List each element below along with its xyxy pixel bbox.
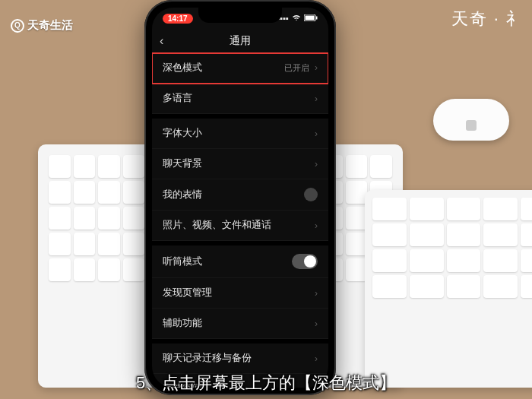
chevron-right-icon: › [315,128,318,139]
status-time: 14:17 [163,14,193,24]
row-my-stickers[interactable]: 我的表情 [152,179,328,211]
phone-screen: 14:17 ▪▪▪▪ ‹ 通用 深色模式 已开启 › [152,8,328,388]
row-multi-language[interactable]: 多语言 › [152,84,328,114]
row-discover-manage[interactable]: 发现页管理 › [152,278,328,309]
notch [198,8,282,23]
row-label: 深色模式 [163,62,202,74]
row-label: 听筒模式 [163,255,202,268]
row-label: 聊天记录迁移与备份 [163,352,252,365]
chevron-right-icon: › [315,288,318,299]
wifi-icon [292,14,301,23]
page-title: 通用 [230,34,251,48]
row-font-size[interactable]: 字体大小 › [152,119,328,149]
back-button[interactable]: ‹ [160,34,163,48]
toggle-earpiece[interactable] [292,254,318,269]
watermark-left: Q 天奇生活 [11,18,73,33]
indicator-icon [304,188,318,201]
row-label: 字体大小 [163,127,202,140]
row-chat-migrate[interactable]: 聊天记录迁移与备份 › [152,344,328,374]
row-label: 辅助功能 [163,317,202,330]
mouse-prop [433,99,509,141]
logo-icon: Q [11,19,24,33]
row-status: 已开启 [284,63,309,72]
chevron-right-icon: › [315,220,318,231]
watermark-right: 天奇 · 礻 [451,8,524,30]
watermark-left-text: 天奇生活 [27,18,73,33]
row-dark-mode[interactable]: 深色模式 已开启 › [152,53,328,84]
svg-rect-1 [306,16,315,21]
row-label: 我的表情 [163,188,202,201]
row-media[interactable]: 照片、视频、文件和通话 › [152,211,328,241]
settings-list: 深色模式 已开启 › 多语言 › 字体大小 › 聊天背景 › 我的表情 [152,53,328,388]
row-label: 聊天背景 [163,157,202,170]
battery-icon [304,14,318,23]
row-accessibility[interactable]: 辅助功能 › [152,309,328,339]
chevron-right-icon: › [315,93,318,104]
svg-rect-2 [316,17,318,20]
chevron-right-icon: › [315,318,318,329]
nav-bar: ‹ 通用 [152,29,328,53]
status-icons: ▪▪▪▪ [277,14,318,23]
row-earpiece-mode[interactable]: 听筒模式 [152,245,328,278]
instruction-caption: 5、点击屏幕最上方的【深色模式】 [0,372,532,394]
chevron-right-icon: › [315,159,318,169]
row-label: 多语言 [163,92,192,105]
chevron-right-icon: › [315,353,318,364]
numpad-prop [365,190,532,388]
row-label: 发现页管理 [163,287,212,299]
chevron-right-icon: › [315,62,318,73]
phone-frame: 14:17 ▪▪▪▪ ‹ 通用 深色模式 已开启 › [144,0,336,395]
row-chat-background[interactable]: 聊天背景 › [152,149,328,179]
row-label: 照片、视频、文件和通话 [163,219,271,232]
